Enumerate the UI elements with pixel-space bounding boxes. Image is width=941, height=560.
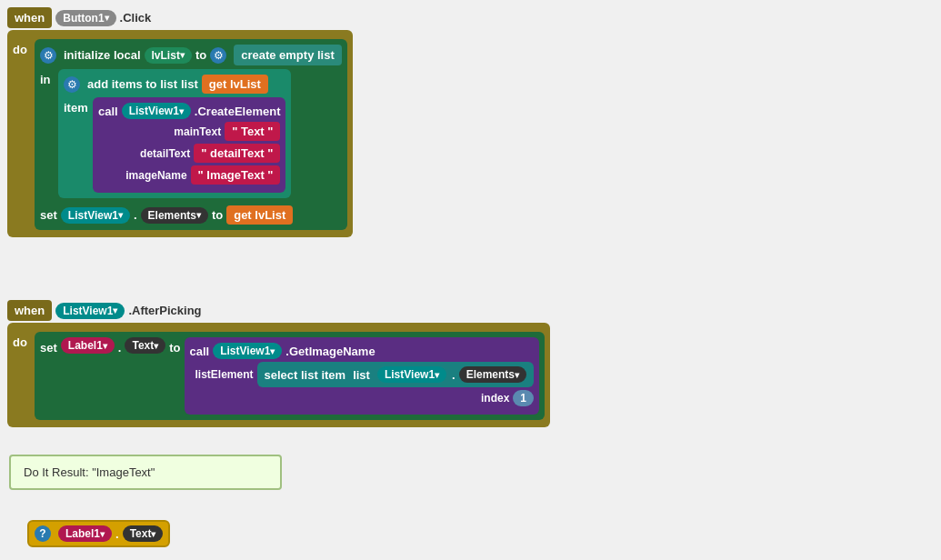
create-element-label: .CreateElement (195, 105, 281, 118)
button1-pill[interactable]: Button1 (55, 10, 115, 26)
select-list-label: select list item (265, 368, 346, 382)
listview1-create-pill[interactable]: ListView1 (122, 103, 191, 119)
getimagename-label: .GetImageName (285, 345, 375, 358)
gear-icon-3 (64, 76, 80, 93)
outer-olive-container: do initialize local lvList to create emp… (7, 30, 353, 237)
label-outer[interactable]: ? Label1 . Text (27, 520, 170, 547)
elements2-pill[interactable]: Elements (459, 366, 526, 383)
do-label: do (13, 39, 31, 56)
dot-label: . (115, 527, 119, 541)
listview1-set-pill[interactable]: ListView1 (61, 207, 130, 224)
question-icon: ? (35, 525, 51, 542)
index-number[interactable]: 1 (513, 390, 534, 406)
call-create-element-container: call ListView1 .CreateElement mainText "… (93, 97, 285, 193)
initialize-label: initialize local (64, 48, 141, 62)
set-label-2: set (40, 337, 57, 355)
label1-pill[interactable]: Label1 (61, 337, 115, 354)
list-label-2: list (353, 368, 370, 382)
listview1-elem-pill[interactable]: ListView1 (377, 366, 446, 383)
imagetext-string[interactable]: " ImageText " (191, 165, 281, 185)
item-label: item (64, 97, 89, 115)
detailtext-string[interactable]: " detailText " (194, 144, 280, 163)
gear-icon-2 (210, 47, 226, 64)
result-box: Do It Result: "ImageText" (9, 455, 282, 490)
elements-pill[interactable]: Elements (141, 207, 208, 224)
maintext-label: mainText (157, 125, 221, 138)
when-keyword-2: when (7, 300, 52, 321)
index-label: index (445, 392, 509, 405)
result-text: Do It Result: "ImageText" (24, 465, 155, 479)
get-lvlist2-block[interactable]: get lvList (226, 205, 293, 225)
when-keyword: when (7, 7, 52, 28)
detailtext-label: detailText (126, 147, 190, 160)
label-text-block: ? Label1 . Text (27, 520, 170, 547)
text-pill[interactable]: Text (125, 337, 165, 354)
label1-pill-2[interactable]: Label1 (58, 525, 112, 542)
call-getimagename-container: call ListView1 .GetImageName listElement… (185, 337, 540, 415)
block2-when-listview-afterpicking: when ListView1 .AfterPicking do set Labe… (7, 300, 550, 427)
afterpicking-label: .AfterPicking (128, 304, 201, 317)
click-label: .Click (120, 11, 152, 25)
outer-olive-container-2: do set Label1 . Text to call ListView1 (7, 323, 550, 427)
maintext-string[interactable]: " Text " (225, 122, 280, 141)
call-label-1: call (98, 105, 118, 118)
listelement-label: listElement (190, 368, 254, 381)
gear-icon-1 (40, 47, 56, 64)
block1-when-button-click: when Button1 .Click do initialize local … (7, 7, 353, 237)
call-label-2: call (190, 345, 210, 358)
to-label-3: to (169, 337, 180, 355)
add-items-label: add items to list (87, 77, 177, 91)
result-block: Do It Result: "ImageText" (9, 455, 282, 490)
listview1-when-pill[interactable]: ListView1 (55, 303, 125, 319)
set-label-1: set (40, 208, 57, 222)
initialize-container: initialize local lvList to create empty … (35, 39, 347, 230)
text-pill-2[interactable]: Text (123, 525, 164, 542)
to-label-1: to (195, 48, 206, 62)
list-label-1: list (181, 77, 198, 91)
get-lvlist-block[interactable]: get lvList (202, 75, 268, 94)
lvlist-pill[interactable]: lvList (145, 47, 192, 64)
select-list-item-block[interactable]: select list item list ListView1 . Elemen… (257, 362, 535, 387)
in-label: in (40, 69, 55, 86)
set-container-2: set Label1 . Text to call ListView1 .Get… (35, 332, 545, 420)
add-items-container: add items to list list get lvList item c… (58, 69, 291, 198)
create-empty-list-block[interactable]: create empty list (234, 45, 342, 65)
imagename-label: imageName (124, 169, 187, 182)
listview1-get-pill[interactable]: ListView1 (213, 343, 282, 359)
to-label-2: to (212, 208, 223, 222)
do-label-2: do (13, 332, 31, 349)
